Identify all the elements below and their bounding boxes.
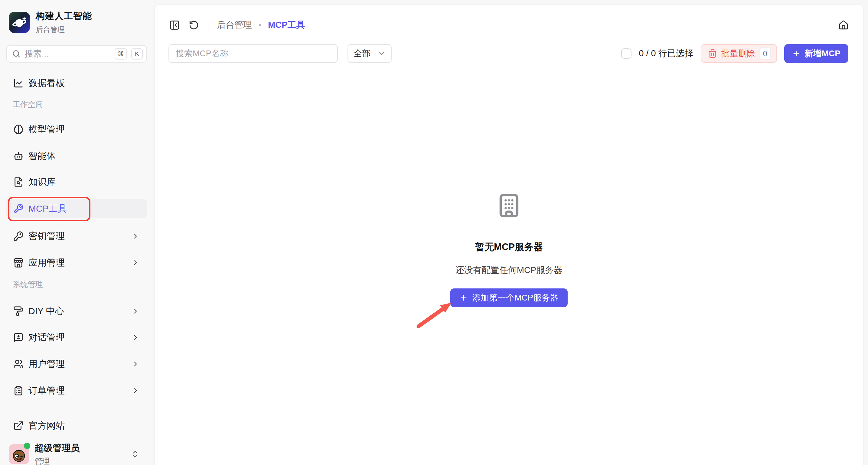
sidebar-item-label: 对话管理 xyxy=(28,331,65,344)
sidebar-item-label: 官方网站 xyxy=(28,420,65,432)
file-search-icon xyxy=(13,177,24,187)
sidebar-search-input[interactable] xyxy=(25,49,111,59)
sidebar-item-users[interactable]: 用户管理 xyxy=(6,354,147,374)
user-menu[interactable]: 超级管理员 管理 xyxy=(6,442,147,465)
store-icon xyxy=(13,257,24,268)
home-icon xyxy=(838,20,849,30)
sidebar-item-keys[interactable]: 密钥管理 xyxy=(6,226,147,246)
trash-icon xyxy=(708,49,717,58)
sidebar-item-orders[interactable]: 订单管理 xyxy=(6,381,147,400)
breadcrumb-current[interactable]: MCP工具 xyxy=(268,19,305,31)
chevron-right-icon xyxy=(131,360,140,368)
building-icon xyxy=(496,192,522,219)
main-content-card: 后台管理 • MCP工具 全部 0 / 0 行已选择 批量删除 0 新增MCP xyxy=(154,4,864,465)
sidebar-item-label: 应用管理 xyxy=(28,257,65,269)
batch-delete-button[interactable]: 批量删除 0 xyxy=(701,44,777,63)
sidebar-item-mcp-tools[interactable]: MCP工具 xyxy=(6,199,147,218)
sidebar-item-conversations[interactable]: 对话管理 xyxy=(6,328,147,347)
kbd-k: K xyxy=(131,48,143,60)
rotate-ccw-icon xyxy=(189,20,199,30)
sidebar-item-label: 密钥管理 xyxy=(28,230,65,243)
sidebar-item-dashboard[interactable]: 数据看板 xyxy=(6,73,147,93)
wrench-icon xyxy=(13,204,24,214)
sidebar-item-label: 订单管理 xyxy=(28,384,65,397)
sidebar-item-label: 智能体 xyxy=(28,150,56,162)
sidebar-item-label: 知识库 xyxy=(28,176,56,188)
sidebar-item-diy-center[interactable]: DIY 中心 xyxy=(6,302,147,321)
empty-state-subtitle: 还没有配置任何MCP服务器 xyxy=(456,264,562,276)
brain-icon xyxy=(13,124,24,134)
topbar: 后台管理 • MCP工具 xyxy=(155,17,864,34)
clipboard-list-icon xyxy=(13,385,24,396)
breadcrumb: 后台管理 • MCP工具 xyxy=(217,19,305,31)
online-status-dot xyxy=(24,443,30,449)
toolbar: 全部 0 / 0 行已选择 批量删除 0 新增MCP xyxy=(155,44,864,63)
chevrons-up-down-icon xyxy=(131,450,140,458)
brand: 构建人工智能 后台管理 xyxy=(9,10,92,34)
sidebar-item-knowledge[interactable]: 知识库 xyxy=(6,172,147,192)
robot-icon xyxy=(13,151,24,161)
collapse-sidebar-button[interactable] xyxy=(168,19,181,31)
toolbar-right: 0 / 0 行已选择 批量删除 0 新增MCP xyxy=(621,44,848,63)
sidebar-item-label: DIY 中心 xyxy=(28,305,64,317)
add-first-mcp-button[interactable]: 添加第一个MCP服务器 xyxy=(450,288,568,307)
home-button[interactable] xyxy=(837,19,849,31)
add-mcp-label: 新增MCP xyxy=(805,48,840,59)
add-first-mcp-label: 添加第一个MCP服务器 xyxy=(472,292,559,304)
empty-state: 暂无MCP服务器 还没有配置任何MCP服务器 添加第一个MCP服务器 xyxy=(450,192,568,307)
message-square-diff-icon xyxy=(13,332,24,343)
mcp-search-input[interactable] xyxy=(168,44,338,63)
user-name: 超级管理员 xyxy=(34,442,80,455)
chevron-right-icon xyxy=(131,387,140,395)
chevron-right-icon xyxy=(131,259,140,267)
paint-roller-icon xyxy=(13,306,24,316)
user-role: 管理 xyxy=(34,456,80,465)
sidebar-item-label: 模型管理 xyxy=(28,123,65,136)
chevron-down-icon xyxy=(378,50,385,57)
filter-value: 全部 xyxy=(353,48,371,59)
chart-line-icon xyxy=(13,78,24,88)
sidebar-item-label: 用户管理 xyxy=(28,358,65,370)
plus-icon xyxy=(459,293,468,302)
divider xyxy=(208,20,208,31)
selection-count-text: 0 / 0 行已选择 xyxy=(639,48,693,60)
breadcrumb-separator: • xyxy=(258,21,261,30)
search-icon xyxy=(12,50,21,58)
sidebar-item-official-website[interactable]: 官方网站 xyxy=(6,416,147,435)
sidebar-section-system: 系统管理 xyxy=(13,279,43,289)
external-link-icon xyxy=(13,421,24,431)
breadcrumb-root[interactable]: 后台管理 xyxy=(217,19,252,31)
batch-delete-label: 批量删除 xyxy=(721,48,755,59)
sidebar-item-apps[interactable]: 应用管理 xyxy=(6,253,147,272)
sidebar-item-label: MCP工具 xyxy=(28,203,67,215)
sidebar-section-workspace: 工作空间 xyxy=(13,99,43,110)
key-icon xyxy=(13,231,24,241)
batch-delete-count-badge: 0 xyxy=(760,48,771,60)
chevron-right-icon xyxy=(131,334,140,341)
panel-left-close-icon xyxy=(169,20,180,31)
plus-icon xyxy=(792,49,801,58)
brand-text: 构建人工智能 后台管理 xyxy=(36,10,92,34)
app-title: 构建人工智能 xyxy=(36,10,92,22)
app-logo-planet-icon xyxy=(9,12,30,33)
chevron-right-icon xyxy=(131,307,140,315)
sidebar-search[interactable]: ⌘ K xyxy=(6,45,147,63)
sidebar-item-label: 数据看板 xyxy=(28,77,65,90)
empty-state-title: 暂无MCP服务器 xyxy=(475,241,543,253)
refresh-button[interactable] xyxy=(188,19,200,31)
user-info: 超级管理员 管理 xyxy=(34,442,80,465)
sidebar: 构建人工智能 后台管理 ⌘ K 数据看板 工作空间 模型管理 智能体 知识库 M… xyxy=(0,0,153,465)
sidebar-item-models[interactable]: 模型管理 xyxy=(6,120,147,139)
select-all-checkbox[interactable] xyxy=(621,49,631,59)
chevron-right-icon xyxy=(131,232,140,240)
filter-dropdown[interactable]: 全部 xyxy=(347,44,392,63)
users-icon xyxy=(13,359,24,369)
kbd-cmd: ⌘ xyxy=(115,48,127,60)
sidebar-item-agents[interactable]: 智能体 xyxy=(6,146,147,166)
app-subtitle: 后台管理 xyxy=(36,25,92,34)
add-mcp-button[interactable]: 新增MCP xyxy=(784,44,848,63)
